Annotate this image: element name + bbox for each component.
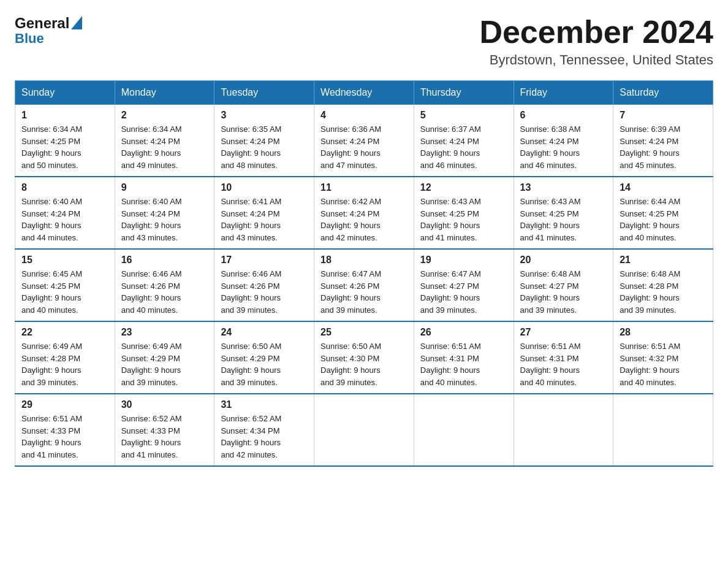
calendar-week-row: 8Sunrise: 6:40 AMSunset: 4:24 PMDaylight… bbox=[15, 177, 713, 249]
table-row: 24Sunrise: 6:50 AMSunset: 4:29 PMDayligh… bbox=[214, 321, 314, 394]
day-number: 9 bbox=[121, 182, 208, 193]
day-info: Sunrise: 6:43 AMSunset: 4:25 PMDaylight:… bbox=[520, 196, 607, 243]
table-row: 12Sunrise: 6:43 AMSunset: 4:25 PMDayligh… bbox=[414, 177, 514, 249]
day-info: Sunrise: 6:38 AMSunset: 4:24 PMDaylight:… bbox=[520, 123, 607, 171]
day-info: Sunrise: 6:42 AMSunset: 4:24 PMDaylight:… bbox=[320, 196, 408, 243]
day-number: 30 bbox=[121, 399, 208, 410]
day-info: Sunrise: 6:52 AMSunset: 4:33 PMDaylight:… bbox=[121, 413, 208, 461]
day-number: 12 bbox=[420, 182, 507, 193]
day-number: 10 bbox=[221, 182, 308, 193]
day-number: 23 bbox=[121, 327, 208, 338]
table-row: 25Sunrise: 6:50 AMSunset: 4:30 PMDayligh… bbox=[314, 321, 414, 394]
day-number: 4 bbox=[320, 110, 408, 121]
day-info: Sunrise: 6:46 AMSunset: 4:26 PMDaylight:… bbox=[221, 268, 308, 316]
day-number: 14 bbox=[620, 182, 707, 193]
table-row: 19Sunrise: 6:47 AMSunset: 4:27 PMDayligh… bbox=[414, 249, 514, 321]
table-row bbox=[514, 394, 613, 466]
day-info: Sunrise: 6:48 AMSunset: 4:27 PMDaylight:… bbox=[520, 268, 607, 316]
day-info: Sunrise: 6:49 AMSunset: 4:28 PMDaylight:… bbox=[21, 340, 108, 388]
day-info: Sunrise: 6:40 AMSunset: 4:24 PMDaylight:… bbox=[21, 196, 108, 243]
day-info: Sunrise: 6:48 AMSunset: 4:28 PMDaylight:… bbox=[620, 268, 707, 316]
day-number: 18 bbox=[320, 255, 408, 266]
day-info: Sunrise: 6:34 AMSunset: 4:24 PMDaylight:… bbox=[121, 123, 208, 171]
calendar-week-row: 22Sunrise: 6:49 AMSunset: 4:28 PMDayligh… bbox=[15, 321, 713, 394]
day-number: 29 bbox=[21, 399, 108, 410]
table-row: 17Sunrise: 6:46 AMSunset: 4:26 PMDayligh… bbox=[214, 249, 314, 321]
col-saturday: Saturday bbox=[613, 81, 713, 105]
table-row: 1Sunrise: 6:34 AMSunset: 4:25 PMDaylight… bbox=[15, 105, 115, 177]
table-row: 27Sunrise: 6:51 AMSunset: 4:31 PMDayligh… bbox=[514, 321, 613, 394]
day-info: Sunrise: 6:47 AMSunset: 4:26 PMDaylight:… bbox=[320, 268, 408, 316]
day-number: 3 bbox=[221, 110, 308, 121]
day-number: 19 bbox=[420, 255, 507, 266]
table-row bbox=[414, 394, 514, 466]
col-monday: Monday bbox=[115, 81, 214, 105]
table-row: 2Sunrise: 6:34 AMSunset: 4:24 PMDaylight… bbox=[115, 105, 214, 177]
logo-general-text: General bbox=[15, 15, 69, 32]
table-row: 13Sunrise: 6:43 AMSunset: 4:25 PMDayligh… bbox=[514, 177, 613, 249]
table-row: 30Sunrise: 6:52 AMSunset: 4:33 PMDayligh… bbox=[115, 394, 214, 466]
day-info: Sunrise: 6:51 AMSunset: 4:31 PMDaylight:… bbox=[420, 340, 507, 388]
day-number: 7 bbox=[620, 110, 707, 121]
table-row: 14Sunrise: 6:44 AMSunset: 4:25 PMDayligh… bbox=[613, 177, 713, 249]
day-number: 21 bbox=[620, 255, 707, 266]
logo-blue-text: Blue bbox=[15, 31, 82, 47]
table-row: 4Sunrise: 6:36 AMSunset: 4:24 PMDaylight… bbox=[314, 105, 414, 177]
table-row bbox=[314, 394, 414, 466]
col-friday: Friday bbox=[514, 81, 613, 105]
day-number: 11 bbox=[320, 182, 408, 193]
day-number: 24 bbox=[221, 327, 308, 338]
day-info: Sunrise: 6:40 AMSunset: 4:24 PMDaylight:… bbox=[121, 196, 208, 243]
table-row: 18Sunrise: 6:47 AMSunset: 4:26 PMDayligh… bbox=[314, 249, 414, 321]
col-sunday: Sunday bbox=[15, 81, 115, 105]
day-info: Sunrise: 6:50 AMSunset: 4:30 PMDaylight:… bbox=[320, 340, 408, 388]
month-title: December 2024 bbox=[479, 15, 713, 50]
table-row bbox=[613, 394, 713, 466]
day-number: 26 bbox=[420, 327, 507, 338]
location-title: Byrdstown, Tennessee, United States bbox=[479, 52, 713, 68]
day-info: Sunrise: 6:52 AMSunset: 4:34 PMDaylight:… bbox=[221, 413, 308, 461]
day-number: 13 bbox=[520, 182, 607, 193]
table-row: 3Sunrise: 6:35 AMSunset: 4:24 PMDaylight… bbox=[214, 105, 314, 177]
table-row: 9Sunrise: 6:40 AMSunset: 4:24 PMDaylight… bbox=[115, 177, 214, 249]
table-row: 11Sunrise: 6:42 AMSunset: 4:24 PMDayligh… bbox=[314, 177, 414, 249]
day-info: Sunrise: 6:39 AMSunset: 4:24 PMDaylight:… bbox=[620, 123, 707, 171]
day-number: 31 bbox=[221, 399, 308, 410]
day-number: 16 bbox=[121, 255, 208, 266]
day-number: 27 bbox=[520, 327, 607, 338]
day-number: 5 bbox=[420, 110, 507, 121]
logo-triangle-icon bbox=[71, 16, 82, 29]
day-number: 22 bbox=[21, 327, 108, 338]
day-number: 17 bbox=[221, 255, 308, 266]
table-row: 5Sunrise: 6:37 AMSunset: 4:24 PMDaylight… bbox=[414, 105, 514, 177]
day-info: Sunrise: 6:45 AMSunset: 4:25 PMDaylight:… bbox=[21, 268, 108, 316]
table-row: 8Sunrise: 6:40 AMSunset: 4:24 PMDaylight… bbox=[15, 177, 115, 249]
table-row: 29Sunrise: 6:51 AMSunset: 4:33 PMDayligh… bbox=[15, 394, 115, 466]
day-info: Sunrise: 6:34 AMSunset: 4:25 PMDaylight:… bbox=[21, 123, 108, 171]
day-number: 20 bbox=[520, 255, 607, 266]
table-row: 6Sunrise: 6:38 AMSunset: 4:24 PMDaylight… bbox=[514, 105, 613, 177]
day-info: Sunrise: 6:36 AMSunset: 4:24 PMDaylight:… bbox=[320, 123, 408, 171]
day-info: Sunrise: 6:41 AMSunset: 4:24 PMDaylight:… bbox=[221, 196, 308, 243]
table-row: 31Sunrise: 6:52 AMSunset: 4:34 PMDayligh… bbox=[214, 394, 314, 466]
day-number: 28 bbox=[620, 327, 707, 338]
day-info: Sunrise: 6:51 AMSunset: 4:32 PMDaylight:… bbox=[620, 340, 707, 388]
day-info: Sunrise: 6:47 AMSunset: 4:27 PMDaylight:… bbox=[420, 268, 507, 316]
table-row: 7Sunrise: 6:39 AMSunset: 4:24 PMDaylight… bbox=[613, 105, 713, 177]
title-block: December 2024 Byrdstown, Tennessee, Unit… bbox=[479, 15, 713, 68]
day-info: Sunrise: 6:43 AMSunset: 4:25 PMDaylight:… bbox=[420, 196, 507, 243]
table-row: 22Sunrise: 6:49 AMSunset: 4:28 PMDayligh… bbox=[15, 321, 115, 394]
calendar-table: Sunday Monday Tuesday Wednesday Thursday… bbox=[15, 80, 713, 467]
table-row: 15Sunrise: 6:45 AMSunset: 4:25 PMDayligh… bbox=[15, 249, 115, 321]
day-number: 1 bbox=[21, 110, 108, 121]
calendar-header-row: Sunday Monday Tuesday Wednesday Thursday… bbox=[15, 81, 713, 105]
day-number: 15 bbox=[21, 255, 108, 266]
day-info: Sunrise: 6:50 AMSunset: 4:29 PMDaylight:… bbox=[221, 340, 308, 388]
table-row: 28Sunrise: 6:51 AMSunset: 4:32 PMDayligh… bbox=[613, 321, 713, 394]
day-info: Sunrise: 6:46 AMSunset: 4:26 PMDaylight:… bbox=[121, 268, 208, 316]
table-row: 21Sunrise: 6:48 AMSunset: 4:28 PMDayligh… bbox=[613, 249, 713, 321]
calendar-week-row: 1Sunrise: 6:34 AMSunset: 4:25 PMDaylight… bbox=[15, 105, 713, 177]
table-row: 23Sunrise: 6:49 AMSunset: 4:29 PMDayligh… bbox=[115, 321, 214, 394]
col-wednesday: Wednesday bbox=[314, 81, 414, 105]
col-thursday: Thursday bbox=[414, 81, 514, 105]
